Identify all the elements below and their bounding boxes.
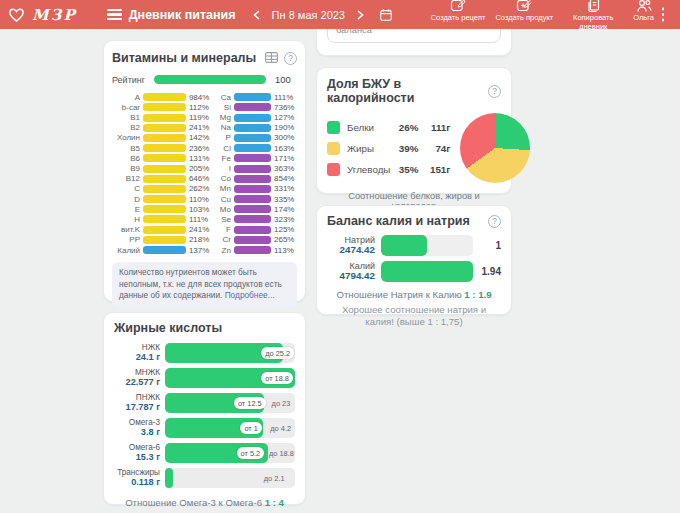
vitamin-label: Калий [112,246,140,255]
vitamin-label: Cl [214,144,231,153]
top-header-bar: МЗР Дневник питания Пн 8 мая 2023 Создат… [0,0,680,29]
vitamin-value: 363% [274,164,297,173]
vitamin-row: Ca111% [214,93,297,101]
vitamin-label: B6 [112,154,140,163]
create-product-button[interactable]: Создать продукт [495,0,553,23]
fatty-track: до 2.1 [165,468,295,488]
vitamin-row: b-car112% [112,103,210,111]
copy-diary-button[interactable]: Копировать дневник [563,0,623,31]
fatty-row: Омега-615.3 гот 5.2до 18.8 [114,443,295,463]
vitamin-label: E [112,205,140,214]
fatty-name: НЖК [114,343,160,352]
mzr-logo[interactable]: МЗР [8,6,77,24]
fatty-amount: 22.577 г [114,377,160,387]
vitamin-label: Na [214,123,231,132]
next-day-button[interactable] [353,8,367,22]
legend-grams: 111г [418,122,450,133]
fatty-name: ПНЖК [114,393,160,402]
vitamin-value: 174% [274,205,297,214]
vitamin-label: B12 [112,174,140,183]
fatty-row-label: Омега-615.3 г [114,443,160,462]
balance-value: 1 [473,240,501,251]
vitamin-value: 112% [189,103,210,112]
calendar-icon[interactable] [379,8,393,22]
balance-row-label: Калий4794.42 [327,262,375,282]
menu-hamburger-icon[interactable] [107,9,122,21]
vitamin-bar [143,165,186,173]
fatty-name: МНЖК [114,368,160,377]
bju-card-title: Доля БЖУ в калорийности [327,77,482,105]
legend-swatch [327,163,340,176]
vitamin-bar [143,215,186,223]
fatty-row: НЖК24.1 гдо 25.2 [114,343,295,363]
vitamin-value: 103% [189,205,210,214]
fatty-card-title: Жирные кислоты [114,321,295,335]
bju-legend: Белки26%111гЖиры39%74гУглеводы35%151г [327,121,450,176]
prev-day-button[interactable] [250,8,264,22]
fatty-track: от 12.5до 23 [165,393,295,413]
vitamin-bar [143,175,186,183]
sodium-potassium-card: Баланс калия и натрия Натрий2474.421Кали… [316,205,512,315]
more-menu-kebab-icon[interactable] [656,4,670,26]
vitamin-row: B1119% [112,113,210,121]
vitamin-row: C262% [112,185,210,193]
bju-help-icon[interactable] [488,85,501,98]
fatty-track: до 25.2 [165,343,295,363]
profile-button[interactable]: Ольга [633,0,654,23]
vitamin-bar [234,175,271,183]
note-more-link[interactable]: Подробнее... [225,290,275,300]
vitamin-value: 331% [274,184,297,193]
vitamin-bar [143,103,186,111]
current-date[interactable]: Пн 8 мая 2023 [268,9,349,21]
vitamin-bar [234,215,271,223]
vitamin-bar [143,226,186,234]
vitamin-value: 110% [189,195,210,204]
vitamins-card-title: Витамины и минералы [112,51,259,65]
vitamin-value: 171% [274,154,297,163]
balance-row: Натрий2474.421 [327,235,501,256]
balance-ratio-value: 1 : 1.9 [464,289,491,300]
vitamin-bar [234,195,271,203]
vitamin-row: Mn331% [214,185,297,193]
vitamin-bar [234,144,271,152]
vitamin-label: PP [112,235,140,244]
fatty-row-label: МНЖК22.577 г [114,368,160,387]
vitamin-row: Se323% [214,215,297,223]
vitamin-row: Na190% [214,124,297,132]
vitamin-bar [234,134,271,142]
table-view-icon[interactable] [265,49,278,67]
fatty-row-label: НЖК24.1 г [114,343,160,362]
vitamin-row: Mo174% [214,205,297,213]
fatty-track: от 1до 4.2 [165,418,295,438]
vitamin-value: 119% [189,113,210,122]
vitamin-value: 736% [274,103,297,112]
vitamin-row: B2241% [112,124,210,132]
date-navigation: Пн 8 мая 2023 [250,8,393,22]
bju-legend-row: Жиры39%74г [327,142,450,155]
fatty-marker: от 18.8 [261,372,293,384]
balance-ratio-line: Отношение Натрия к Калию 1 : 1.9 [327,289,501,300]
vitamins-note: Количество нутриентов может быть неполны… [112,262,297,307]
vitamin-row: Si736% [214,103,297,111]
fatty-marker: от 5.2 [237,447,265,459]
fatty-marker: до 23 [272,399,291,408]
fatty-name: Омега-3 [114,418,160,427]
balance-verdict: Хорошее соотношение натрия и калия! (выш… [327,304,501,329]
fatty-rows: НЖК24.1 гдо 25.2МНЖК22.577 гот 18.8ПНЖК1… [114,343,295,488]
balance-track [381,261,473,282]
vitamin-label: Zn [214,246,231,255]
vitamin-label: Cr [214,235,231,244]
legend-name: Углеводы [347,164,390,175]
vitamin-row: A984% [112,93,210,101]
fatty-amount: 0.118 г [114,477,160,487]
vitamin-bar [143,154,186,162]
profile-icon [635,0,653,13]
vitamin-value: 236% [189,144,210,153]
balance-help-icon[interactable] [488,215,501,228]
vitamin-value: 300% [274,133,297,142]
create-recipe-button[interactable]: Создать рецепт [431,0,486,23]
vitamin-row: Холин142% [112,134,210,142]
vitamin-label: Fe [214,154,231,163]
vitamin-label: Cu [214,195,231,204]
vitamins-help-icon[interactable] [284,52,297,65]
